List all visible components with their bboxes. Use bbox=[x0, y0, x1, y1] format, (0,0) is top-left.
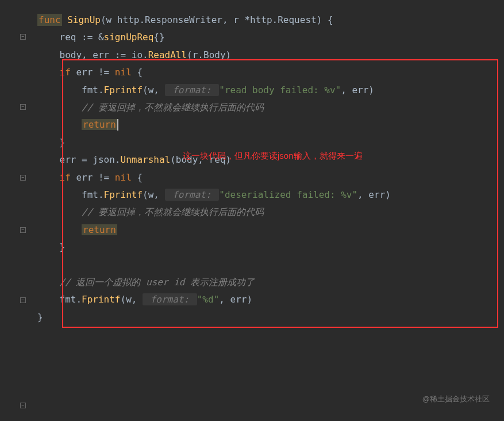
code-line: return bbox=[37, 116, 504, 133]
keyword-return: return bbox=[82, 119, 117, 130]
fold-marker[interactable]: − bbox=[20, 174, 26, 181]
comment: // 要返回掉，不然就会继续执行后面的代码 bbox=[82, 206, 264, 217]
code-line: fmt.Fprintf(w, format: "deserialized fai… bbox=[37, 186, 504, 204]
param-hint: format: bbox=[143, 293, 197, 305]
code-line: func SignUp(w http.ResponseWriter, r *ht… bbox=[37, 12, 504, 29]
code-editor: − − − − − − func SignUp(w http.ResponseW… bbox=[0, 0, 504, 421]
code-line: if err != nil { bbox=[37, 169, 504, 186]
string-literal: "deserialized failed: %v" bbox=[219, 189, 357, 200]
fold-marker[interactable]: − bbox=[20, 104, 26, 110]
code-line: // 返回一个虚拟的 user id 表示注册成功了 bbox=[37, 274, 504, 291]
code-line: // 要返回掉，不然就会继续执行后面的代码 bbox=[37, 204, 504, 221]
keyword-func: func bbox=[37, 14, 62, 26]
code-line bbox=[37, 256, 504, 273]
text-cursor bbox=[117, 119, 118, 131]
code-line: fmt.Fprintf(w, format: "read body failed… bbox=[37, 82, 504, 99]
string-literal: "read body failed: %v" bbox=[219, 85, 341, 95]
code-line: } bbox=[37, 309, 504, 326]
code-line: req := &signUpReq{} bbox=[37, 29, 504, 46]
param-hint: format: bbox=[165, 189, 220, 201]
code-area[interactable]: func SignUp(w http.ResponseWriter, r *ht… bbox=[29, 12, 504, 421]
gutter: − − − − − − bbox=[0, 12, 29, 421]
function-name: SignUp bbox=[62, 14, 101, 25]
annotation-text: 这一块代码，但凡你要读json输入，就得来一遍 bbox=[183, 148, 363, 164]
code-line: return bbox=[37, 221, 504, 239]
keyword-nil: nil bbox=[115, 67, 132, 78]
string-literal: "%d" bbox=[197, 294, 220, 305]
code-line: // 要返回掉，不然就会继续执行后面的代码 bbox=[37, 99, 504, 116]
watermark: @稀土掘金技术社区 bbox=[422, 392, 490, 407]
comment: // 返回一个虚拟的 user id 表示注册成功了 bbox=[60, 277, 255, 288]
fold-marker[interactable]: − bbox=[20, 33, 26, 40]
fold-marker[interactable]: − bbox=[20, 227, 26, 234]
code-line: if err != nil { bbox=[37, 64, 504, 81]
fold-marker[interactable]: − bbox=[20, 402, 26, 409]
code-line: body, err := io.ReadAll(r.Body) bbox=[37, 47, 504, 64]
keyword-nil: nil bbox=[115, 172, 132, 183]
code-line: fmt.Fprintf(w, format: "%d", err) bbox=[37, 291, 504, 308]
code-line: } bbox=[37, 239, 504, 256]
param-hint: format: bbox=[165, 84, 220, 96]
keyword-return: return bbox=[82, 224, 117, 235]
params: (w http.ResponseWriter, r *http.Request)… bbox=[101, 14, 333, 25]
keyword-if: if bbox=[60, 67, 71, 78]
keyword-if: if bbox=[60, 172, 71, 183]
fold-marker[interactable]: − bbox=[20, 297, 26, 304]
comment: // 要返回掉，不然就会继续执行后面的代码 bbox=[82, 102, 264, 113]
